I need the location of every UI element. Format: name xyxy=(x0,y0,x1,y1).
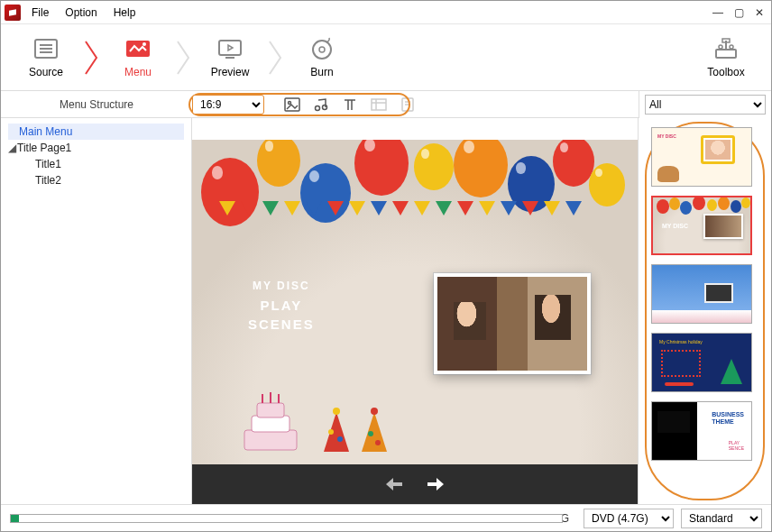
template-thumb[interactable]: BUSINESSTHEME PLAYSENCE xyxy=(651,401,752,461)
aspect-select[interactable]: 16:9 xyxy=(192,95,264,115)
svg-marker-35 xyxy=(324,412,349,452)
tab-preview[interactable]: Preview xyxy=(194,37,266,78)
photo-frame[interactable] xyxy=(434,273,591,374)
svg-rect-11 xyxy=(716,50,736,58)
tool-icons xyxy=(277,97,427,112)
menu-file[interactable]: File xyxy=(32,6,49,19)
tree-main-menu[interactable]: Main Menu xyxy=(8,124,184,140)
next-arrow-icon[interactable] xyxy=(426,476,446,492)
svg-point-14 xyxy=(719,45,722,49)
tree-title2[interactable]: Title2 xyxy=(8,172,184,188)
tab-burn[interactable]: Burn xyxy=(286,37,358,78)
svg-rect-31 xyxy=(257,403,284,417)
image-icon[interactable] xyxy=(284,97,300,112)
close-icon[interactable]: ✕ xyxy=(755,6,764,19)
music-icon[interactable] xyxy=(313,97,329,112)
svg-point-5 xyxy=(142,42,146,46)
svg-rect-6 xyxy=(219,41,241,55)
preview-area: MY DISC PLAY SCENES xyxy=(192,118,638,504)
chapter-icon[interactable] xyxy=(371,97,387,112)
disc-usage-bar xyxy=(10,514,563,523)
svg-marker-43 xyxy=(386,478,402,491)
chevron-icon xyxy=(174,35,194,80)
cake-decoration xyxy=(235,385,306,455)
svg-point-18 xyxy=(316,105,320,110)
hat-decoration xyxy=(358,407,391,455)
preview-stage: MY DISC PLAY SCENES xyxy=(192,140,638,464)
template-thumb[interactable]: MY DISC xyxy=(651,196,752,255)
template-thumb[interactable]: MY DISC xyxy=(651,127,752,187)
svg-point-40 xyxy=(371,408,378,415)
prev-arrow-icon[interactable] xyxy=(384,476,404,492)
svg-rect-29 xyxy=(244,430,297,450)
svg-marker-7 xyxy=(228,45,233,50)
template-thumb[interactable]: My Christmas holiday xyxy=(651,333,752,392)
svg-point-19 xyxy=(323,105,327,109)
video-standard-select[interactable]: Standard xyxy=(681,509,762,528)
chevron-icon xyxy=(82,35,102,80)
chevron-icon xyxy=(266,35,286,80)
tree-title1[interactable]: Title1 xyxy=(8,156,184,172)
status-bar: 60M/4.30G DVD (4.7G) Standard xyxy=(1,504,771,531)
hat-decoration xyxy=(320,407,353,455)
svg-point-10 xyxy=(319,47,325,52)
svg-point-38 xyxy=(337,436,343,442)
svg-marker-39 xyxy=(362,412,387,452)
menu-help[interactable]: Help xyxy=(114,6,136,19)
text-icon[interactable] xyxy=(342,97,358,112)
tab-burn-label: Burn xyxy=(310,66,333,78)
minimize-icon[interactable]: — xyxy=(712,6,723,19)
app-icon xyxy=(5,5,21,21)
tree-title-page1[interactable]: ◢Title Page1 xyxy=(8,140,184,156)
body-area: Main Menu ◢Title Page1 Title1 Title2 xyxy=(1,118,771,504)
tab-menu-label: Menu xyxy=(124,66,152,78)
template-category-select[interactable]: All xyxy=(645,95,766,115)
svg-point-42 xyxy=(375,440,381,445)
preview-canvas[interactable]: MY DISC PLAY SCENES xyxy=(192,140,638,464)
svg-point-15 xyxy=(730,45,733,49)
svg-point-41 xyxy=(368,431,373,436)
step-tabs: Source Menu Preview Burn Toolbox xyxy=(1,24,771,91)
svg-point-17 xyxy=(289,101,291,104)
svg-rect-30 xyxy=(252,416,290,432)
template-icon[interactable] xyxy=(400,97,416,112)
svg-point-37 xyxy=(328,429,334,435)
menu-option[interactable]: Option xyxy=(65,6,96,19)
svg-marker-44 xyxy=(427,478,444,491)
tab-toolbox[interactable]: Toolbox xyxy=(690,37,762,78)
window-controls: — ▢ ✕ xyxy=(712,6,764,19)
menu-title-text[interactable]: MY DISC PLAY SCENES xyxy=(248,280,315,332)
nav-arrows xyxy=(192,464,638,504)
tab-toolbox-label: Toolbox xyxy=(707,66,744,78)
tab-source[interactable]: Source xyxy=(10,37,82,78)
maximize-icon[interactable]: ▢ xyxy=(734,6,744,19)
menu-bar: File Option Help xyxy=(32,6,712,19)
structure-label: Menu Structure xyxy=(1,98,192,111)
template-panel: All MY DISC MY DISC xyxy=(638,118,771,504)
tree-panel: Main Menu ◢Title Page1 Title1 Title2 xyxy=(1,118,192,504)
svg-rect-23 xyxy=(372,99,386,110)
title-bar: File Option Help — ▢ ✕ xyxy=(1,1,771,24)
tab-source-label: Source xyxy=(29,66,63,78)
tab-preview-label: Preview xyxy=(211,66,250,78)
tab-menu[interactable]: Menu xyxy=(102,37,174,78)
svg-point-9 xyxy=(313,41,331,59)
disc-type-select[interactable]: DVD (4.7G) xyxy=(584,509,674,528)
svg-point-36 xyxy=(333,408,340,415)
template-thumb[interactable] xyxy=(651,264,752,324)
